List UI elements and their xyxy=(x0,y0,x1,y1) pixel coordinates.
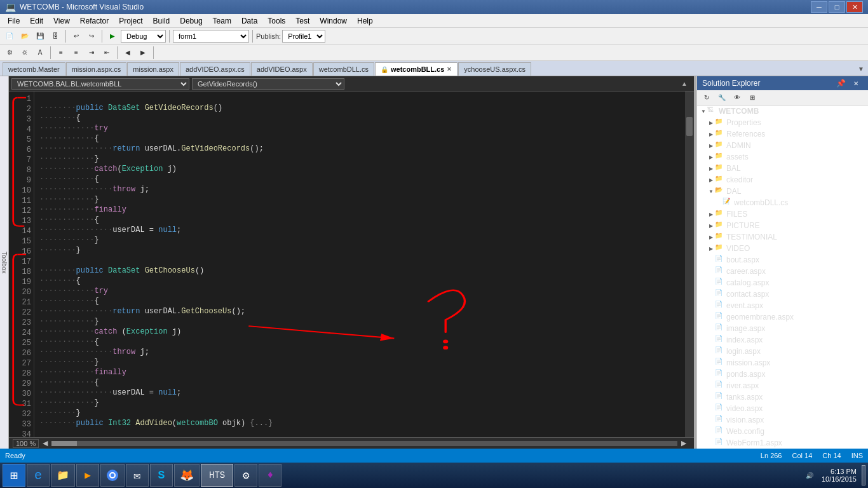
menu-view[interactable]: View xyxy=(48,14,75,27)
tree-item[interactable]: ▶📁ADMIN xyxy=(697,140,868,151)
tree-item[interactable]: ▶📁PICTURE xyxy=(697,220,868,231)
tree-item[interactable]: 📄event.aspx xyxy=(697,300,868,311)
tree-item[interactable]: 📄index.aspx xyxy=(697,334,868,346)
tree-item[interactable]: 📄bout.aspx xyxy=(697,254,868,266)
menu-edit[interactable]: Edit xyxy=(25,14,48,27)
menu-debug[interactable]: Debug xyxy=(175,14,207,27)
tb2-btn3[interactable]: A xyxy=(33,46,47,60)
show-desktop-btn[interactable] xyxy=(862,465,865,485)
tb2-btn9[interactable]: ▶ xyxy=(136,46,150,60)
se-pin-btn[interactable]: 📌 xyxy=(834,76,848,90)
tb2-btn4[interactable]: ≡ xyxy=(54,46,68,60)
tab-dropdown-btn[interactable]: ▼ xyxy=(854,62,868,76)
tab-wetcombbll[interactable]: 🔒 wetcombBLL.cs ✕ xyxy=(375,62,458,76)
tab-close-btn[interactable]: ✕ xyxy=(447,66,452,72)
tree-item[interactable]: ▶📁References xyxy=(697,128,868,140)
tree-root[interactable]: ▼ 🏗 WETCOMB xyxy=(697,105,868,117)
tb2-btn8[interactable]: ◀ xyxy=(121,46,135,60)
taskbar-settings[interactable]: ⚙ xyxy=(234,464,257,487)
tab-wetcombdll[interactable]: wetcombDLL.cs xyxy=(313,62,374,76)
tab-ychooseus[interactable]: ychooseUS.aspx.cs xyxy=(458,62,531,76)
tree-item[interactable]: ▶📁BAL xyxy=(697,163,868,174)
horizontal-scrollbar[interactable] xyxy=(51,441,677,446)
redo-btn[interactable]: ↪ xyxy=(85,29,98,43)
tree-item[interactable]: 📄river.aspx xyxy=(697,380,868,391)
taskbar-vs[interactable]: HTS xyxy=(201,464,233,487)
tree-item[interactable]: 📄login.aspx xyxy=(697,346,868,357)
tb2-btn6[interactable]: ⇥ xyxy=(85,46,98,60)
minimize-button[interactable]: ─ xyxy=(811,1,827,13)
taskbar-firefox[interactable]: 🦊 xyxy=(174,464,200,487)
tab-mission-aspx-cs[interactable]: mission.aspx.cs xyxy=(66,62,127,76)
menu-build[interactable]: Build xyxy=(148,14,175,27)
zoom-level[interactable]: 100 % xyxy=(13,439,39,448)
taskbar-skype[interactable]: S xyxy=(150,464,173,487)
system-tray[interactable]: 🔊 xyxy=(803,468,817,482)
taskbar-ie[interactable]: e xyxy=(27,464,50,487)
tree-item[interactable]: 📝wetcombDLL.cs xyxy=(697,197,868,208)
menu-project[interactable]: Project xyxy=(114,14,147,27)
menu-test[interactable]: Test xyxy=(290,14,315,27)
maximize-button[interactable]: □ xyxy=(829,1,845,13)
tree-item[interactable]: ▶📁TESTIMONIAL xyxy=(697,231,868,243)
menu-file[interactable]: File xyxy=(3,14,25,27)
tree-item[interactable]: 📄geomembrane.aspx xyxy=(697,311,868,323)
tab-mission-aspx[interactable]: mission.aspx xyxy=(127,62,179,76)
tb2-btn1[interactable]: ⚙ xyxy=(3,46,17,60)
tab-addvideo-cs[interactable]: addVIDEO.aspx.cs xyxy=(180,62,250,76)
tree-item[interactable]: ▶📁VIDEO xyxy=(697,243,868,254)
menu-team[interactable]: Team xyxy=(208,14,236,27)
tree-item[interactable]: 📄vision.aspx xyxy=(697,414,868,426)
menu-help[interactable]: Help xyxy=(352,14,378,27)
tb2-btn7[interactable]: ⇤ xyxy=(100,46,114,60)
menu-window[interactable]: Window xyxy=(315,14,352,27)
tree-item[interactable]: 📄video.aspx xyxy=(697,403,868,414)
namespace-dropdown[interactable]: WETCOMB.BAL.BL.wetcombBLL xyxy=(11,78,189,90)
tree-item[interactable]: 📄career.aspx xyxy=(697,266,868,277)
tree-item[interactable]: 📄Web.config xyxy=(697,426,868,437)
scroll-up-btn[interactable]: ▲ xyxy=(677,77,691,91)
save-btn[interactable]: 💾 xyxy=(33,29,47,43)
tab-wetcomb-master[interactable]: wetcomb.Master xyxy=(3,62,65,76)
tree-item[interactable]: 📄image.aspx xyxy=(697,323,868,334)
tree-item[interactable]: 📄WebForm1.aspx xyxy=(697,437,868,449)
menu-data[interactable]: Data xyxy=(236,14,262,27)
tb2-btn5[interactable]: ≡ xyxy=(69,46,83,60)
toolbox-strip[interactable]: Toolbox xyxy=(0,76,9,449)
taskbar-mediaplayer[interactable]: ▶ xyxy=(76,464,99,487)
se-show-all-btn[interactable]: 👁 xyxy=(730,91,744,105)
menu-refactor[interactable]: Refactor xyxy=(75,14,114,27)
tree-item[interactable]: ▶📁Properties xyxy=(697,117,868,128)
tab-addvideo[interactable]: addVIDEO.aspx xyxy=(251,62,313,76)
se-properties-btn[interactable]: 🔧 xyxy=(715,91,729,105)
tb2-btn2[interactable]: ⛭ xyxy=(18,46,32,60)
open-btn[interactable]: 📂 xyxy=(18,29,32,43)
tree-item[interactable]: 📄ponds.aspx xyxy=(697,369,868,380)
se-close-btn[interactable]: ✕ xyxy=(849,76,863,90)
code-content[interactable]: ········public DataSet GetVideoRecords()… xyxy=(34,92,694,437)
vertical-scrollbar[interactable] xyxy=(685,92,694,437)
debug-mode-dropdown[interactable]: Debug Release xyxy=(121,30,166,43)
se-filter-btn[interactable]: ⊞ xyxy=(745,91,759,105)
tree-item[interactable]: ▶📁ckeditor xyxy=(697,174,868,186)
scrollbar-thumb[interactable] xyxy=(686,117,693,136)
scroll-left-btn[interactable]: ◀ xyxy=(43,439,48,447)
se-tree[interactable]: ▼ 🏗 WETCOMB ▶📁Properties▶📁References▶📁AD… xyxy=(697,105,868,449)
start-btn[interactable]: ▶ xyxy=(105,29,119,43)
h-scrollbar-thumb[interactable] xyxy=(51,441,77,446)
tree-item[interactable]: 📄catalog.aspx xyxy=(697,277,868,288)
method-dropdown[interactable]: GetVideoRecords() xyxy=(192,78,344,90)
taskbar-app[interactable]: ♦ xyxy=(259,464,281,487)
save-all-btn[interactable]: 🗄 xyxy=(48,29,62,43)
start-button[interactable]: ⊞ xyxy=(3,464,25,487)
close-button[interactable]: ✕ xyxy=(846,1,863,13)
taskbar-explorer[interactable]: 📁 xyxy=(51,464,75,487)
undo-btn[interactable]: ↩ xyxy=(69,29,83,43)
new-project-btn[interactable]: 📄 xyxy=(3,29,17,43)
tree-item[interactable]: 📄tanks.aspx xyxy=(697,391,868,403)
tree-item[interactable]: 📄mission.aspx xyxy=(697,357,868,369)
taskbar-email[interactable]: ✉ xyxy=(126,464,149,487)
tree-item[interactable]: 📄contact.aspx xyxy=(697,288,868,300)
se-refresh-btn[interactable]: ↻ xyxy=(700,91,714,105)
tree-item[interactable]: ▶📁FILES xyxy=(697,208,868,220)
